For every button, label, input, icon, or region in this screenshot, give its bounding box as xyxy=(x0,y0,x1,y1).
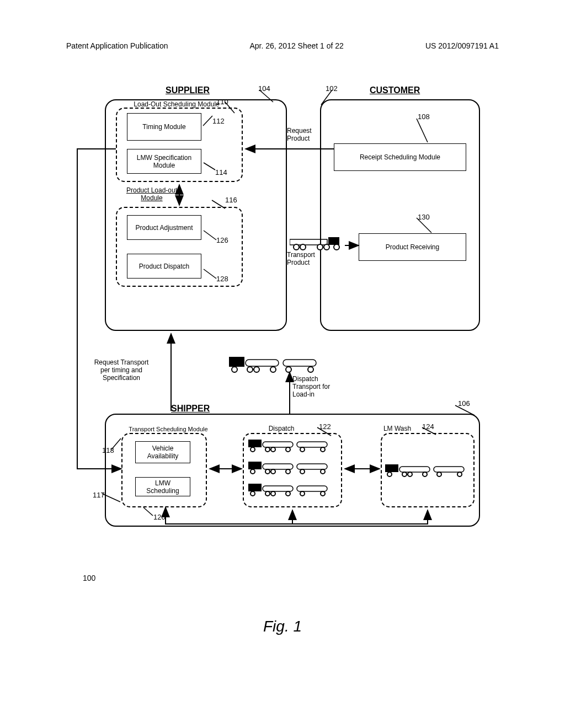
svg-point-19 xyxy=(250,447,255,452)
header-left: Patent Application Publication xyxy=(66,41,168,50)
svg-point-49 xyxy=(423,472,427,477)
svg-point-47 xyxy=(402,472,407,477)
svg-point-5 xyxy=(324,244,329,250)
svg-point-21 xyxy=(271,447,275,452)
ref-122: 122 xyxy=(319,422,331,431)
ref-112: 112 xyxy=(212,117,225,125)
dispatch-label: Dispatch xyxy=(265,425,298,432)
svg-point-23 xyxy=(300,447,305,452)
load-out-label: Load-Out Scheduling Module xyxy=(121,100,232,108)
lmwash-label: LM Wash xyxy=(378,425,417,432)
ref-117: 117 xyxy=(93,491,105,499)
svg-point-14 xyxy=(286,367,291,372)
svg-rect-44 xyxy=(399,467,430,472)
svg-point-20 xyxy=(265,447,270,452)
lmw-spec-box: LMW Specification Module xyxy=(127,149,201,174)
svg-point-42 xyxy=(321,491,325,496)
svg-rect-34 xyxy=(248,484,262,491)
ref-102: 102 xyxy=(326,84,338,93)
svg-rect-35 xyxy=(263,486,293,491)
truck-icon xyxy=(248,483,337,498)
svg-point-2 xyxy=(294,244,299,250)
customer-box xyxy=(320,99,480,331)
receipt-scheduling-box: Receipt Scheduling Module xyxy=(334,143,466,171)
svg-point-50 xyxy=(437,472,441,477)
svg-point-37 xyxy=(250,491,255,496)
ref-114: 114 xyxy=(215,168,227,176)
product-dispatch-box: Product Dispatch xyxy=(127,254,201,279)
figure-label: Fig. 1 xyxy=(0,618,565,635)
svg-rect-27 xyxy=(297,464,327,469)
svg-rect-36 xyxy=(297,486,327,491)
svg-point-38 xyxy=(265,491,270,496)
labels-transport-product: Transport Product xyxy=(287,251,320,266)
svg-rect-26 xyxy=(263,464,293,469)
svg-point-29 xyxy=(265,469,270,474)
request-product-label: Request Product xyxy=(287,127,320,142)
svg-rect-17 xyxy=(263,442,293,447)
truck-icon xyxy=(248,461,337,476)
ref-130: 130 xyxy=(418,213,430,221)
svg-point-41 xyxy=(300,491,305,496)
svg-point-10 xyxy=(232,367,237,372)
timing-module-box: Timing Module xyxy=(127,113,201,141)
svg-point-46 xyxy=(387,472,392,477)
svg-point-13 xyxy=(270,367,276,372)
svg-point-30 xyxy=(271,469,275,474)
lmw-scheduling-box: LMW Scheduling xyxy=(135,477,190,496)
ref-110: 110 xyxy=(216,98,228,106)
ref-108: 108 xyxy=(418,113,430,121)
ref-100-text: 100 xyxy=(83,574,95,582)
ref-106: 106 xyxy=(458,399,470,408)
svg-rect-18 xyxy=(297,442,327,447)
svg-point-12 xyxy=(254,367,259,372)
svg-point-28 xyxy=(250,469,255,474)
ref-120: 120 xyxy=(153,513,166,521)
svg-rect-16 xyxy=(248,440,262,447)
svg-point-39 xyxy=(271,491,275,496)
product-loadout-label: Product Load-out Module xyxy=(121,186,182,202)
svg-rect-45 xyxy=(434,467,464,472)
customer-title: CUSTOMER xyxy=(370,85,420,95)
request-transport-label: Request Transport per timing and Specifi… xyxy=(94,358,149,382)
svg-point-51 xyxy=(457,472,462,477)
dispatch-transport-label: Dispatch Transport for Load-in xyxy=(292,375,337,398)
vehicle-availability-box: Vehicle Availability xyxy=(135,441,190,463)
truck-icon xyxy=(290,236,348,251)
svg-rect-9 xyxy=(283,360,316,366)
product-adjustment-box: Product Adjustment xyxy=(127,215,201,240)
diagram: SUPPLIER CUSTOMER SHIPPER Load-Out Sched… xyxy=(72,83,491,535)
svg-point-48 xyxy=(408,472,412,477)
shipper-title: SHIPPER xyxy=(171,404,210,414)
svg-rect-0 xyxy=(328,237,339,245)
ref-100: 100 xyxy=(83,574,95,582)
svg-rect-43 xyxy=(385,464,398,472)
svg-point-31 xyxy=(286,469,290,474)
header-right: US 2012/0097191 A1 xyxy=(425,41,499,50)
svg-rect-7 xyxy=(229,357,244,367)
svg-point-40 xyxy=(286,491,290,496)
svg-point-33 xyxy=(321,469,325,474)
svg-point-11 xyxy=(247,367,253,372)
svg-point-32 xyxy=(300,469,305,474)
supplier-title: SUPPLIER xyxy=(166,85,210,95)
svg-point-3 xyxy=(300,244,306,250)
ref-118: 118 xyxy=(102,446,114,454)
ref-116: 116 xyxy=(225,196,237,204)
truck-icon xyxy=(248,438,337,454)
ref-126: 126 xyxy=(216,236,228,244)
header-center: Apr. 26, 2012 Sheet 1 of 22 xyxy=(249,41,343,50)
ref-128: 128 xyxy=(216,275,228,283)
svg-rect-8 xyxy=(246,360,279,366)
svg-rect-25 xyxy=(248,462,262,469)
truck-icon xyxy=(229,356,323,373)
transport-sched-label: Transport Scheduling Module xyxy=(124,426,212,432)
svg-point-15 xyxy=(308,367,313,372)
svg-point-4 xyxy=(317,244,323,250)
product-receiving-box: Product Receiving xyxy=(359,233,466,261)
svg-point-22 xyxy=(286,447,290,452)
svg-point-6 xyxy=(334,244,339,250)
ref-104: 104 xyxy=(258,84,270,93)
ref-124: 124 xyxy=(422,422,434,431)
svg-point-24 xyxy=(321,447,325,452)
